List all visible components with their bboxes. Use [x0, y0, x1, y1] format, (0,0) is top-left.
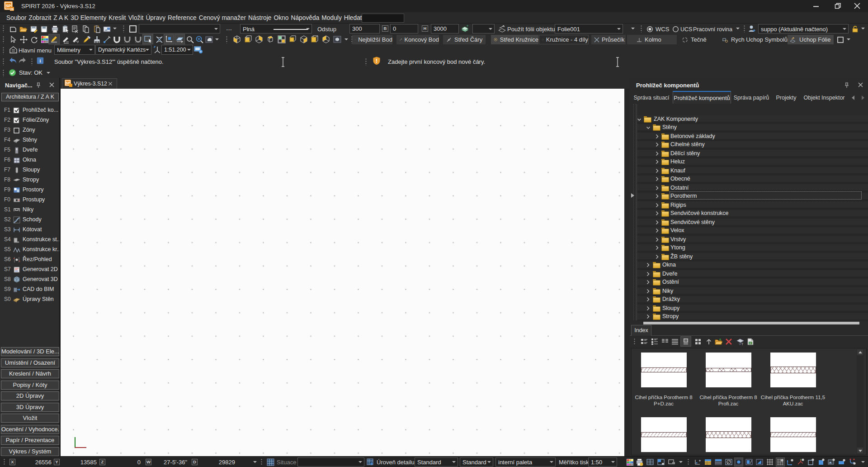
svg-text:LV: LV [749, 342, 751, 344]
svg-text:i: i [40, 58, 41, 63]
svg-text:!: ! [376, 58, 377, 64]
svg-text:26: 26 [10, 8, 14, 11]
svg-text:T: T [741, 343, 744, 346]
